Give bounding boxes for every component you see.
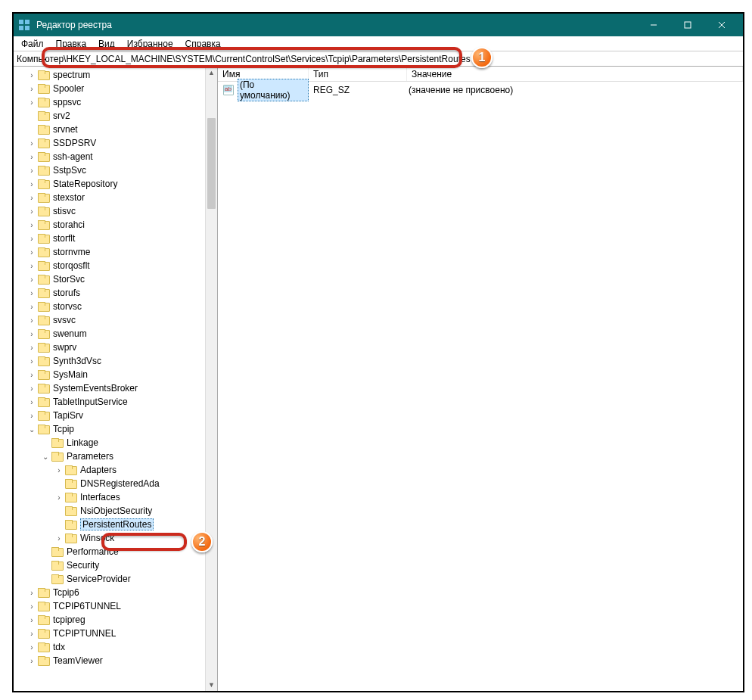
- expand-icon[interactable]: ›: [27, 316, 36, 325]
- tree-item[interactable]: ›tcpipreg: [14, 613, 205, 627]
- tree-item[interactable]: ›storflt: [14, 232, 205, 245]
- tree-item[interactable]: ›Interfaces: [14, 490, 205, 504]
- registry-tree[interactable]: ›spectrum›Spooler›sppsvcsrv2srvnet›SSDPS…: [14, 67, 205, 691]
- value-name[interactable]: (По умолчанию): [238, 79, 309, 101]
- expand-icon[interactable]: ›: [27, 234, 36, 243]
- tree-item[interactable]: NsiObjectSecurity: [14, 504, 205, 518]
- scroll-thumb[interactable]: [207, 118, 216, 209]
- menu-favorites[interactable]: Избранное: [123, 38, 178, 50]
- tree-item[interactable]: Security: [14, 558, 205, 572]
- tree-item[interactable]: ›Synth3dVsc: [14, 354, 205, 368]
- scroll-down-icon[interactable]: ▼: [206, 679, 217, 691]
- expand-icon[interactable]: ›: [27, 397, 36, 406]
- menu-edit[interactable]: Правка: [51, 38, 92, 50]
- address-bar[interactable]: Компьютер\HKEY_LOCAL_MACHINE\SYSTEM\Curr…: [14, 51, 743, 67]
- expand-icon[interactable]: ›: [27, 288, 36, 297]
- expand-icon[interactable]: ›: [27, 207, 36, 216]
- expand-icon[interactable]: ›: [27, 70, 36, 79]
- expand-icon[interactable]: ›: [54, 493, 64, 502]
- expand-icon[interactable]: ›: [27, 384, 36, 393]
- tree-item[interactable]: ›StorSvc: [14, 272, 205, 286]
- menu-help[interactable]: Справка: [181, 38, 225, 50]
- expand-icon[interactable]: ›: [27, 261, 36, 270]
- expand-icon[interactable]: ›: [27, 302, 36, 311]
- expand-icon[interactable]: ›: [27, 98, 36, 107]
- tree-scrollbar[interactable]: ▲ ▼: [205, 67, 217, 691]
- tree-item[interactable]: ›TeamViewer: [14, 654, 205, 667]
- tree-item[interactable]: ›TCPIP6TUNNEL: [14, 599, 205, 613]
- col-type[interactable]: Тип: [309, 67, 407, 81]
- tree-item[interactable]: ›sppsvc: [14, 95, 205, 109]
- expand-icon[interactable]: ›: [27, 656, 36, 665]
- tree-item[interactable]: ›swprv: [14, 341, 205, 354]
- expand-icon[interactable]: ›: [27, 220, 36, 229]
- tree-item[interactable]: ›SSDPSRV: [14, 136, 205, 150]
- list-body[interactable]: (По умолчанию) REG_SZ (значение не присв…: [218, 82, 743, 691]
- expand-icon[interactable]: ›: [27, 343, 36, 352]
- tree-item[interactable]: ›Adapters: [14, 463, 205, 477]
- tree-item[interactable]: PersistentRoutes: [14, 518, 205, 531]
- collapse-icon[interactable]: ⌄: [41, 452, 50, 461]
- tree-item[interactable]: ›storufs: [14, 286, 205, 300]
- tree-item[interactable]: ›stisvc: [14, 204, 205, 218]
- main-split: ›spectrum›Spooler›sppsvcsrv2srvnet›SSDPS…: [14, 67, 743, 691]
- tree-item[interactable]: ›TCPIPTUNNEL: [14, 627, 205, 640]
- expand-icon[interactable]: ›: [27, 642, 36, 652]
- tree-item[interactable]: ›ssh-agent: [14, 150, 205, 163]
- expand-icon[interactable]: ›: [27, 370, 36, 379]
- tree-item[interactable]: ›StateRepository: [14, 177, 205, 191]
- list-row[interactable]: (По умолчанию) REG_SZ (значение не присв…: [218, 83, 743, 97]
- tree-item[interactable]: Performance: [14, 545, 205, 558]
- tree-item[interactable]: ›storqosflt: [14, 259, 205, 272]
- tree-item[interactable]: Linkage: [14, 436, 205, 450]
- tree-item[interactable]: ›TapiSrv: [14, 409, 205, 422]
- tree-item[interactable]: ›tdx: [14, 640, 205, 654]
- tree-item[interactable]: ›Spooler: [14, 82, 205, 95]
- tree-item[interactable]: ›SystemEventsBroker: [14, 381, 205, 395]
- tree-item[interactable]: ›SysMain: [14, 368, 205, 381]
- collapse-icon[interactable]: ⌄: [27, 425, 36, 434]
- menu-file[interactable]: Файл: [17, 38, 48, 50]
- expand-icon[interactable]: ›: [27, 602, 36, 611]
- col-value[interactable]: Значение: [407, 67, 743, 81]
- expand-icon[interactable]: ›: [27, 152, 36, 161]
- close-button[interactable]: [704, 14, 738, 36]
- minimize-button[interactable]: [636, 14, 670, 36]
- tree-item[interactable]: ›swenum: [14, 327, 205, 341]
- expand-icon[interactable]: ›: [27, 329, 36, 338]
- expand-icon[interactable]: ›: [27, 138, 36, 148]
- menu-view[interactable]: Вид: [94, 38, 120, 50]
- tree-item[interactable]: ⌄Tcpip: [14, 422, 205, 436]
- tree-item[interactable]: ›Winsock: [14, 531, 205, 545]
- tree-item[interactable]: ›spectrum: [14, 68, 205, 82]
- expand-icon[interactable]: ›: [54, 465, 64, 474]
- tree-item[interactable]: ›stornvme: [14, 245, 205, 259]
- tree-item[interactable]: ServiceProvider: [14, 572, 205, 586]
- expand-icon[interactable]: ›: [27, 629, 36, 638]
- tree-item[interactable]: ›TabletInputService: [14, 395, 205, 409]
- expand-icon[interactable]: ›: [27, 84, 36, 93]
- expand-icon[interactable]: ›: [27, 247, 36, 257]
- expand-icon[interactable]: ›: [27, 179, 36, 188]
- expand-icon[interactable]: ›: [27, 275, 36, 284]
- expand-icon[interactable]: ›: [27, 166, 36, 175]
- expand-icon[interactable]: ›: [27, 411, 36, 420]
- maximize-button[interactable]: [670, 14, 704, 36]
- tree-item[interactable]: srvnet: [14, 123, 205, 136]
- tree-item[interactable]: ›stexstor: [14, 191, 205, 204]
- tree-item[interactable]: ›SstpSvc: [14, 163, 205, 177]
- tree-item[interactable]: DNSRegisteredAda: [14, 477, 205, 490]
- expand-icon[interactable]: ›: [27, 356, 36, 366]
- tree-item[interactable]: ›Tcpip6: [14, 586, 205, 599]
- scroll-up-icon[interactable]: ▲: [206, 67, 217, 79]
- tree-item[interactable]: ›svsvc: [14, 313, 205, 327]
- expand-icon[interactable]: ›: [27, 588, 36, 597]
- expand-icon[interactable]: ›: [27, 615, 36, 624]
- title-bar[interactable]: Редактор реестра: [14, 14, 743, 36]
- tree-item[interactable]: ›storvsc: [14, 300, 205, 313]
- tree-item[interactable]: ⌄Parameters: [14, 450, 205, 463]
- tree-item[interactable]: ›storahci: [14, 218, 205, 232]
- expand-icon[interactable]: ›: [27, 193, 36, 202]
- expand-icon[interactable]: ›: [54, 534, 64, 543]
- tree-item[interactable]: srv2: [14, 109, 205, 123]
